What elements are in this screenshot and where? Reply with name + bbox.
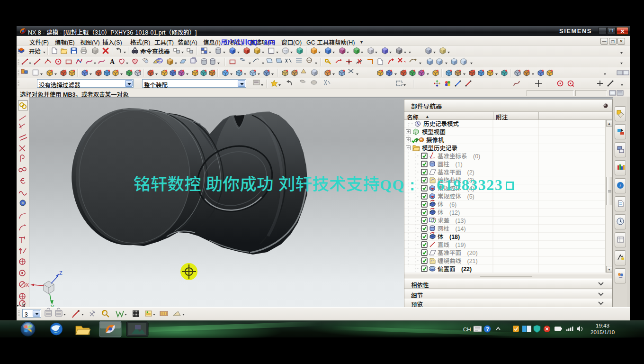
svg-text:A: A [110, 58, 115, 65]
svg-text:2015/1/10: 2015/1/10 [590, 329, 615, 335]
svg-text:?: ? [486, 326, 489, 332]
svg-text:i: i [619, 182, 621, 188]
svg-text:开始: 开始 [29, 46, 41, 55]
svg-text:偏置面 (22): 偏置面 (22) [438, 264, 472, 273]
svg-text:Z: Z [59, 270, 63, 276]
svg-text:X: X [26, 282, 29, 288]
svg-text:19:43: 19:43 [596, 323, 609, 328]
svg-text:命令查找器: 命令查找器 [140, 46, 170, 55]
svg-text:CH: CH [463, 327, 471, 332]
